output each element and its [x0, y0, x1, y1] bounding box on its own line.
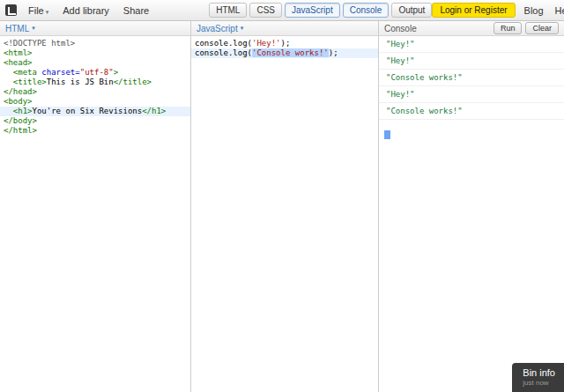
code-token — [4, 107, 13, 115]
code-token: You're on Six Revisions — [33, 107, 143, 115]
code-token: </h1> — [142, 107, 166, 115]
code-token: </html> — [4, 126, 37, 135]
panel-toggle-javascript[interactable]: JavaScript — [285, 3, 340, 18]
code-token: charset= — [41, 68, 79, 77]
bin-info-title: Bin info — [523, 367, 555, 379]
panel-toggle-group: HTMLCSSJavaScriptConsoleOutput — [209, 3, 432, 18]
html-code-editor[interactable]: <!DOCTYPE html><html><head> <meta charse… — [0, 36, 190, 138]
html-panel-menu[interactable]: HTML ▾ — [5, 24, 35, 33]
toolbar-left-group: File▾ Add library Share — [4, 3, 156, 18]
code-token: <!DOCTYPE html> — [4, 39, 75, 48]
console-panel-header: Console Run Clear — [379, 21, 564, 36]
bin-info-overlay[interactable]: Bin info just now — [512, 363, 564, 392]
code-line: console.log('Console works!'); — [191, 48, 378, 58]
code-token: <h1> — [13, 107, 33, 115]
code-line: <meta charset="utf-8"> — [0, 68, 190, 78]
share-label: Share — [123, 5, 149, 16]
login-register-button[interactable]: Login or Register — [432, 3, 515, 18]
panel-toggle-css[interactable]: CSS — [249, 3, 282, 18]
console-entry: "Hey!" — [379, 86, 564, 103]
javascript-panel-menu[interactable]: JavaScript ▾ — [197, 24, 243, 33]
code-line: <head> — [0, 58, 190, 68]
code-token: </body> — [4, 116, 37, 125]
code-token: "utf-8" — [80, 68, 114, 77]
toolbar-right-group: Login or Register Blog Help — [432, 3, 564, 18]
code-line: </head> — [0, 87, 190, 97]
code-token: This is JS Bin — [47, 78, 114, 86]
add-library-label: Add library — [63, 5, 109, 16]
code-token: <meta — [13, 68, 42, 77]
console-panel: Console Run Clear "Hey!""Hey!""Console w… — [379, 21, 564, 392]
panel-toggle-console[interactable]: Console — [343, 3, 390, 18]
console-input[interactable] — [379, 120, 564, 148]
code-line: <html> — [0, 48, 190, 58]
code-line: </html> — [0, 126, 190, 136]
editor-panels: HTML ▾ <!DOCTYPE html><html><head> <meta… — [0, 21, 564, 392]
code-token: > — [114, 68, 118, 77]
code-line: console.log('Hey!'); — [191, 39, 378, 48]
code-token: ); — [329, 48, 338, 57]
console-entry: "Console works!" — [379, 103, 564, 120]
chevron-down-icon: ▾ — [241, 25, 244, 32]
javascript-panel-header: JavaScript ▾ — [191, 21, 378, 36]
console-entry: "Hey!" — [379, 53, 564, 70]
javascript-panel-label: JavaScript — [197, 24, 238, 33]
code-line: <!DOCTYPE html> — [0, 39, 190, 48]
console-cursor — [384, 130, 390, 139]
file-menu[interactable]: File▾ — [21, 3, 56, 18]
share-menu[interactable]: Share — [116, 3, 156, 18]
code-line: <h1>You're on Six Revisions</h1> — [0, 107, 190, 116]
console-panel-label: Console — [384, 24, 417, 33]
code-token: ); — [281, 39, 291, 48]
panel-toggle-output[interactable]: Output — [391, 3, 432, 18]
javascript-panel: JavaScript ▾ console.log('Hey!');console… — [191, 21, 379, 392]
add-library-menu[interactable]: Add library — [56, 3, 116, 18]
code-token — [4, 78, 13, 86]
bin-info-time: just now — [523, 379, 555, 388]
console-panel-label-wrap: Console — [384, 24, 417, 33]
top-toolbar: File▾ Add library Share HTMLCSSJavaScrip… — [0, 0, 564, 21]
code-token: console.log( — [195, 39, 252, 48]
code-token: console.log( — [195, 48, 252, 57]
jsbin-logo-icon[interactable] — [5, 4, 17, 16]
javascript-code-editor[interactable]: console.log('Hey!');console.log('Console… — [191, 36, 378, 61]
code-token: 'Console works!' — [252, 48, 329, 57]
html-panel: HTML ▾ <!DOCTYPE html><html><head> <meta… — [0, 21, 191, 392]
code-line: <body> — [0, 97, 190, 107]
blog-link[interactable]: Blog — [519, 3, 549, 18]
run-button[interactable]: Run — [494, 22, 523, 34]
code-token — [4, 68, 13, 77]
toolbar-center-group: HTMLCSSJavaScriptConsoleOutput — [156, 3, 432, 18]
code-token: <html> — [4, 48, 33, 57]
panel-toggle-html[interactable]: HTML — [209, 3, 247, 18]
console-entry: "Hey!" — [379, 36, 564, 53]
html-panel-label: HTML — [5, 24, 29, 33]
code-line: </body> — [0, 116, 190, 126]
code-token: 'Hey!' — [252, 39, 281, 48]
code-token: </head> — [4, 87, 37, 96]
code-token: <title> — [13, 78, 47, 86]
chevron-down-icon: ▾ — [32, 25, 35, 32]
code-token: <head> — [4, 58, 33, 67]
code-token: </title> — [114, 78, 152, 86]
console-header-buttons: Run Clear — [494, 22, 559, 34]
html-panel-header: HTML ▾ — [0, 21, 190, 36]
console-entry: "Console works!" — [379, 70, 564, 86]
code-token: <body> — [4, 97, 33, 106]
chevron-down-icon: ▾ — [46, 9, 49, 15]
file-menu-label: File — [28, 5, 44, 16]
help-link[interactable]: Help — [550, 3, 564, 18]
console-output-list: "Hey!""Hey!""Console works!""Hey!""Conso… — [379, 36, 564, 120]
clear-button[interactable]: Clear — [525, 22, 559, 34]
code-line: <title>This is JS Bin</title> — [0, 78, 190, 87]
